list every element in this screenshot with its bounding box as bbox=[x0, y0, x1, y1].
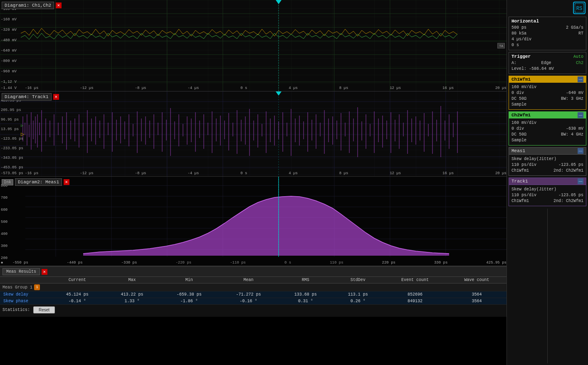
trigger-section: Trigger Auto A: Edge Ch2 Level: -586.64 … bbox=[509, 52, 586, 74]
skew-phase-current: -0.14 ° bbox=[50, 298, 105, 305]
svg-text:RS: RS bbox=[576, 6, 582, 12]
horiz-row3: 4 µs/div bbox=[511, 37, 583, 42]
meas-group-text: Meas Group 1 bbox=[2, 285, 32, 290]
ch1-offset-row: 0 div -640 mV bbox=[511, 90, 583, 96]
diagram1-panel: Diagram1: Ch1,Ch2 ✕ bbox=[0, 0, 506, 91]
col-wave-count: Wave count bbox=[447, 277, 506, 284]
trigger-title-bar: Trigger Auto bbox=[511, 54, 583, 59]
track1-header: Track1 — bbox=[509, 178, 586, 185]
trigger-title: Trigger bbox=[511, 54, 531, 59]
meas1-source2: 2nd: Ch2Wfm1 bbox=[553, 168, 583, 174]
skew-phase-max: 1.33 ° bbox=[105, 298, 160, 305]
track1-value: -123.05 ps bbox=[558, 192, 583, 198]
col-min: Min bbox=[159, 277, 219, 284]
col-name bbox=[0, 277, 50, 284]
ch2-offset-row: 0 div -630 mV bbox=[511, 126, 583, 132]
right-panel: RS Horizontal 500 ps 2 GSa/s 80 kSa RT 4… bbox=[507, 0, 588, 365]
meas1-title: Meas1 bbox=[511, 148, 525, 153]
track1-scale-row: 110 ps/div -123.05 ps bbox=[511, 192, 583, 198]
skew-phase-min: -1.86 ° bbox=[159, 298, 219, 305]
col-event-count: Event count bbox=[383, 277, 447, 284]
meas-table: Current Max Min Mean RMS StdDev Event co… bbox=[0, 277, 506, 305]
diagram1-x-labels: -16 µs -12 µs -8 µs -4 µs 0 s 4 µs 8 µs … bbox=[25, 86, 506, 90]
skew-phase-waves: 3564 bbox=[447, 298, 506, 305]
vertical-spacer bbox=[547, 209, 548, 363]
ch2-indicator: ▷ bbox=[21, 123, 23, 128]
ch1-coupling-row: DC 50Ω BW: 3 GHz bbox=[511, 96, 583, 102]
track1-scale: 110 ps/div bbox=[511, 192, 536, 198]
trigger-channel: Ch2 bbox=[576, 60, 583, 66]
skew-delay-stddev: 113.1 ps bbox=[333, 291, 383, 298]
meas1-minimize-button[interactable]: — bbox=[578, 148, 583, 154]
diagram3-close-button[interactable]: ✕ bbox=[64, 179, 69, 185]
stats-row: Statistics: Reset bbox=[0, 305, 506, 315]
trigger-edge-row: A: Edge Ch2 bbox=[511, 60, 583, 66]
skew-phase-events: 849132 bbox=[383, 298, 447, 305]
group-badge: 1 bbox=[34, 284, 40, 290]
horiz-sample-rate: 2 GSa/s bbox=[566, 25, 583, 31]
skew-phase-label: Skew phase bbox=[0, 298, 50, 305]
svg-rect-16 bbox=[0, 91, 506, 176]
meas1-header: Meas1 — bbox=[509, 148, 586, 155]
trigger-edge-type: Edge bbox=[541, 60, 551, 66]
skew-phase-mean: -0.16 ° bbox=[219, 298, 278, 305]
diagram1-bottom-left: -1.44 V bbox=[1, 86, 17, 90]
skew-delay-min: -659.38 ps bbox=[159, 291, 219, 298]
ch1-mode: Sample bbox=[511, 102, 583, 108]
horiz-row1: 500 ps 2 GSa/s bbox=[511, 25, 583, 31]
meas-results-tab[interactable]: Meas Results bbox=[2, 268, 40, 275]
ch2-mode: Sample bbox=[511, 138, 583, 143]
horiz-rt: RT bbox=[578, 31, 583, 37]
diagram3-bottom-left: ♠ bbox=[1, 261, 3, 265]
meas-results-close-button[interactable]: ✕ bbox=[42, 269, 47, 275]
skew-delay-rms: 133.68 ps bbox=[278, 291, 333, 298]
horiz-time-val: 500 ps bbox=[511, 25, 526, 31]
ch2-bw: BW: 4 GHz bbox=[561, 132, 583, 138]
diagram3-panel: Ink Diagram2: Meas1 ✕ bbox=[0, 177, 506, 266]
ch1-coupling: DC 50Ω bbox=[511, 96, 526, 102]
horiz-row4: 0 s bbox=[511, 42, 583, 48]
diagram2-bottom-left: -573.05 ps bbox=[1, 171, 23, 175]
diagram3-ink-label: Ink bbox=[2, 179, 13, 185]
meas1-value: -123.05 ps bbox=[558, 162, 583, 168]
ch1-position: -640 mV bbox=[566, 90, 583, 96]
meas1-type: Skew delay(Jitter) bbox=[511, 156, 583, 162]
skew-delay-waves: 3564 bbox=[447, 291, 506, 298]
diagram3-y-labels: 800 700 600 500 400 300 200 bbox=[1, 184, 7, 260]
track1-source2: 2nd: Ch2Wfm1 bbox=[553, 198, 583, 204]
diagram2-close-button[interactable]: ✕ bbox=[53, 94, 59, 100]
skew-phase-row: Skew phase -0.14 ° 1.33 ° -1.86 ° -0.16 … bbox=[0, 298, 506, 305]
diagram2-panel: Diagram4: Track1 ✕ bbox=[0, 91, 506, 177]
meas1-scale-row: 110 ps/div -123.05 ps bbox=[511, 162, 583, 168]
skew-phase-rms: 0.31 ° bbox=[278, 298, 333, 305]
statistics-label: Statistics: bbox=[2, 308, 30, 312]
skew-phase-stddev: 0.26 ° bbox=[333, 298, 383, 305]
track1-minimize-button[interactable]: — bbox=[578, 178, 583, 184]
ch2-section: Ch2Wfm1 — 160 mV/div 0 div -630 mV DC 50… bbox=[509, 111, 586, 146]
ch2-title: Ch2Wfm1 bbox=[511, 113, 531, 118]
diagram2-header: Diagram4: Track1 ✕ bbox=[2, 93, 59, 101]
meas-group-label-cell: Meas Group 1 1 bbox=[0, 284, 506, 291]
ch1-minimize-button[interactable]: — bbox=[578, 76, 583, 82]
meas-group-row: Meas Group 1 1 bbox=[0, 284, 506, 291]
trigger-marker-1 bbox=[276, 0, 282, 4]
col-mean: Mean bbox=[219, 277, 278, 284]
skew-delay-max: 413.22 ps bbox=[105, 291, 160, 298]
ch2-coupling-row: DC 50Ω BW: 4 GHz bbox=[511, 132, 583, 138]
skew-delay-row: Skew delay 45.124 ps 413.22 ps -659.38 p… bbox=[0, 291, 506, 298]
ch2-header: Ch2Wfm1 — bbox=[509, 112, 586, 118]
ch2-coupling: DC 50Ω bbox=[511, 132, 526, 138]
ta-badge: TA bbox=[497, 43, 505, 48]
reset-button[interactable]: Reset bbox=[33, 306, 55, 313]
diagram1-close-button[interactable]: ✕ bbox=[56, 2, 62, 8]
diagram1-y-labels: -160 mV -160 mV -320 mV -480 mV -640 mV … bbox=[1, 7, 17, 84]
ch2-vdiv: 160 mV/div bbox=[511, 120, 536, 126]
track1-source-row: Ch1Wfm1 2nd: Ch2Wfm1 bbox=[511, 198, 583, 204]
skew-delay-mean: -71.272 ps bbox=[219, 291, 278, 298]
ch2-vdiv-row: 160 mV/div bbox=[511, 120, 583, 126]
ch2-minimize-button[interactable]: — bbox=[578, 112, 583, 118]
track1-source1: Ch1Wfm1 bbox=[511, 198, 529, 204]
horizontal-section: Horizontal 500 ps 2 GSa/s 80 kSa RT 4 µs… bbox=[509, 17, 586, 50]
meas1-scale: 110 ps/div bbox=[511, 162, 536, 168]
horizontal-title-bar: Horizontal bbox=[511, 19, 583, 24]
